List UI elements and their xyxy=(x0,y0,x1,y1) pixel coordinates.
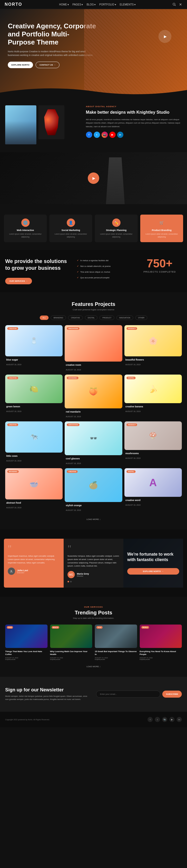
filter-other[interactable]: OTHER xyxy=(135,315,148,320)
project-card-4[interactable]: BRANDING red mandarin AUGUST 16, 2019 xyxy=(65,375,122,419)
project-image-6: CREATIVE xyxy=(5,422,63,453)
post-card-1[interactable]: HEALTH Why Learning Math Can Improve You… xyxy=(50,624,92,660)
project-tag-9: BRANDING xyxy=(7,470,19,473)
project-info-0: blue sugar AUGUST 16, 2019 xyxy=(5,356,63,367)
explore-button[interactable]: EXPLORE NORTO xyxy=(8,62,33,68)
footer-social: f t 📷 ▶ in xyxy=(148,717,182,722)
posts-section: OUR SERVICES Trending Posts Stay up to d… xyxy=(0,597,187,677)
project-card-8[interactable]: PRODUCT mushrooms AUGUST 16, 2019 xyxy=(124,422,182,466)
nav-elements[interactable]: ELEMENTS ▾ xyxy=(120,3,136,6)
project-card-11[interactable]: DIGITAL creative word AUGUST 16, 2019 xyxy=(124,468,182,513)
about-image-1 xyxy=(5,105,36,144)
post-image-1: HEALTH xyxy=(50,624,92,648)
instagram-icon[interactable]: 📷 xyxy=(102,132,108,138)
project-card-3[interactable]: CREATIVE green lemon AUGUST 16, 2019 xyxy=(5,375,63,419)
service-card-1[interactable]: 👤 Social Marketing Lorem ipsum dolor sit… xyxy=(49,215,92,242)
author-avatar-0: JL xyxy=(8,567,15,575)
testimonials-section: " Impertiquet maximus, tellus eget conva… xyxy=(0,530,187,597)
footer-linkedin-icon[interactable]: in xyxy=(177,717,182,722)
filter-product[interactable]: PRODUCT xyxy=(100,315,114,320)
dot-1[interactable] xyxy=(70,581,72,582)
post-card-3[interactable]: PEOPLE Everything You Need To Know About… xyxy=(140,624,182,660)
project-title-2: beautiful flowers xyxy=(125,359,181,361)
posts-load-more[interactable]: LOAD MORE ↓ xyxy=(5,665,182,668)
project-title-11: creative word xyxy=(125,499,181,501)
social-icons: f t 📷 ▶ in xyxy=(86,132,182,138)
post-tag-1: HEALTH xyxy=(52,626,60,629)
video-play-button[interactable] xyxy=(88,173,99,184)
service-card-0[interactable]: 🌐 Web Interactive Lorem ipsum dolor sit … xyxy=(4,215,47,242)
youtube-icon[interactable]: ▶ xyxy=(109,132,116,138)
footer-twitter-icon[interactable]: t xyxy=(155,717,160,722)
solutions-left: We provide the solutions to grow your bu… xyxy=(5,258,72,284)
project-card-2[interactable]: PRODUCT beautiful flowers AUGUST 16, 201… xyxy=(124,325,182,372)
project-date-9: AUGUST 16, 2019 xyxy=(6,507,21,508)
filter-creative[interactable]: CREATIVE xyxy=(68,315,83,320)
project-title-10: stylish orange xyxy=(66,504,121,507)
service-icon-3: 🛒 xyxy=(158,218,166,227)
nav-portfolio[interactable]: PORTFOLIO ▾ xyxy=(99,3,116,6)
search-icon[interactable] xyxy=(173,3,176,6)
dot-0[interactable] xyxy=(68,581,69,582)
newsletter-text: Sign up for our Newsletter Morbi semper,… xyxy=(5,687,91,702)
post-title-0: Things That Make You Love And Hate Coffe… xyxy=(5,650,47,656)
hero-play-button[interactable] xyxy=(158,30,172,43)
project-card-7[interactable]: INNOVATION cool glasses AUGUST 16, 2019 xyxy=(65,422,122,466)
project-card-9[interactable]: BRANDING abstract food AUGUST 16, 2019 xyxy=(5,468,63,513)
load-more-link[interactable]: LOAD MORE ↓ xyxy=(5,518,182,521)
filter-innovation[interactable]: INNOVATION xyxy=(116,315,133,320)
newsletter-subscribe-btn[interactable]: SUBSCRIBE xyxy=(162,691,182,698)
twitter-icon[interactable]: t xyxy=(94,132,100,138)
quote-mark-0: " xyxy=(8,544,60,553)
checklist-item-0: In metus a egestas facilisis did xyxy=(77,258,132,264)
filter-digital[interactable]: DIGITAL xyxy=(85,315,98,320)
footer-youtube-icon[interactable]: ▶ xyxy=(169,717,175,722)
newsletter-content: Sign up for our Newsletter Morbi semper,… xyxy=(5,687,182,702)
project-title-0: blue sugar xyxy=(6,359,62,361)
newsletter-section: Sign up for our Newsletter Morbi semper,… xyxy=(0,677,187,712)
project-date-4: AUGUST 16, 2019 xyxy=(66,416,81,417)
newsletter-input[interactable] xyxy=(96,691,160,698)
project-tag-4: BRANDING xyxy=(67,377,78,379)
post-card-2[interactable]: TECH 15 Small But Important Things To Ob… xyxy=(95,624,137,660)
footer-facebook-icon[interactable]: f xyxy=(148,717,153,722)
linkedin-icon[interactable]: in xyxy=(117,132,123,138)
project-info-10: stylish orange AUGUST 16, 2019 xyxy=(65,502,122,513)
filter-all[interactable]: ALL xyxy=(40,315,48,320)
newsletter-description: Morbi semper, tortor nisi tempor pulvina… xyxy=(5,695,91,702)
contact-button[interactable]: CONTACT US → xyxy=(36,62,60,68)
project-info-7: cool glasses AUGUST 16, 2019 xyxy=(65,455,122,466)
facebook-icon[interactable]: f xyxy=(86,132,92,138)
service-icon-2: ✏️ xyxy=(112,218,120,227)
nav-home[interactable]: HOME ▾ xyxy=(59,3,69,6)
nav-blog[interactable]: BLOG ▾ xyxy=(86,3,96,6)
post-meta-0: AUGUST 14, 2019 knightleystudio xyxy=(5,657,47,660)
filter-branding[interactable]: BRANDING xyxy=(51,315,66,320)
project-card-5[interactable]: DIGITAL creative banana AUGUST 16, 2019 xyxy=(124,375,182,419)
project-title-3: green lemon xyxy=(6,405,62,408)
service-title-1: Social Marketing xyxy=(52,229,89,231)
project-info-9: abstract food AUGUST 16, 2019 xyxy=(5,499,63,510)
project-tag-5: DIGITAL xyxy=(126,377,136,379)
project-tag-3: CREATIVE xyxy=(7,377,18,379)
project-tag-2: PRODUCT xyxy=(126,327,138,330)
service-card-2[interactable]: ✏️ Strategic Planning Lorem ipsum dolor … xyxy=(95,215,138,242)
testimonial-explore-btn[interactable]: EXPLORE NORTO → xyxy=(127,568,179,575)
footer-instagram-icon[interactable]: 📷 xyxy=(162,717,167,722)
hero-description: Norto Multi-purpose Creative is modern W… xyxy=(8,50,96,57)
nav-pages[interactable]: PAGES ▾ xyxy=(72,3,83,6)
testimonial-text-0: Impertiquet maximus, tellus eget convall… xyxy=(8,555,60,564)
project-card-10[interactable]: CREATIVE stylish orange AUGUST 16, 2019 xyxy=(65,468,122,513)
project-card-1[interactable]: INNOVATION creative room AUGUST 16, 2019 xyxy=(65,325,122,372)
project-image-5: DIGITAL xyxy=(124,375,182,403)
project-card-6[interactable]: CREATIVE little cows AUGUST 16, 2019 xyxy=(5,422,63,466)
solutions-btn[interactable]: OUR SERVICES → xyxy=(5,278,32,284)
service-title-3: Product Branding xyxy=(143,229,181,231)
post-card-0[interactable]: FOOD Things That Make You Love And Hate … xyxy=(5,624,47,660)
close-icon[interactable] xyxy=(179,3,182,6)
solutions-section: We provide the solutions to grow your bu… xyxy=(0,250,187,292)
testimonial-author-1: MG Maria Grey Director xyxy=(68,571,119,578)
service-card-3[interactable]: 🛒 Product Branding Lorem ipsum dolor sit… xyxy=(140,215,183,242)
project-card-0[interactable]: CREATIVE blue sugar AUGUST 16, 2019 xyxy=(5,325,63,372)
site-logo[interactable]: NORTO xyxy=(5,2,22,7)
